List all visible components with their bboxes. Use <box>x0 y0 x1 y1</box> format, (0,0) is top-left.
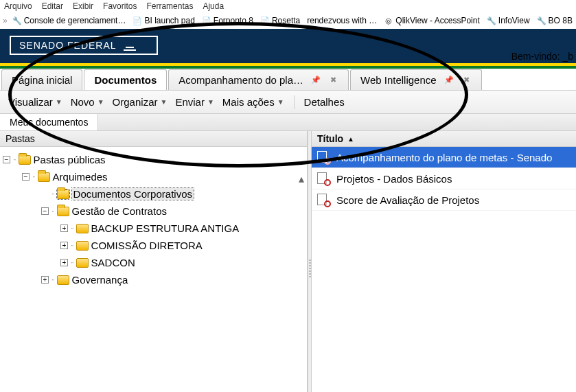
toolbar-label: Enviar <box>175 96 205 108</box>
list-row[interactable]: Acompanhamento do plano de metas - Senad… <box>312 147 576 168</box>
bookmark-forponto[interactable]: 📄Forponto 8 <box>200 15 255 26</box>
toolbar-separator <box>294 95 295 109</box>
bookmark-label: BI launch pad <box>144 16 194 25</box>
tree-label: Governança <box>72 274 128 286</box>
tree-label: Documentos Corporativos <box>72 188 194 200</box>
collapse-icon[interactable]: − <box>3 156 10 163</box>
expand-icon[interactable]: + <box>41 276 49 284</box>
expand-icon[interactable]: + <box>60 259 68 266</box>
welcome-user: _b <box>562 51 573 62</box>
menu-ferramentas[interactable]: Ferramentas <box>146 1 193 11</box>
list-header-titulo[interactable]: Título ▲ <box>312 131 576 147</box>
tree-connector: ·· <box>71 242 73 249</box>
tree-connector: ·· <box>32 173 35 181</box>
app-header: SENADO FEDERAL Bem-vindo: _b <box>0 29 576 63</box>
bookmark-console[interactable]: 🔧Console de gerenciament… <box>10 15 128 26</box>
tab-pin-icon[interactable]: 📌 <box>442 76 456 84</box>
tab-acompanhamento[interactable]: Acompanhamento do pla… 📌 ✖ <box>168 69 349 90</box>
tree-connector: ·· <box>71 259 73 266</box>
expand-icon[interactable]: + <box>60 242 68 249</box>
bookmark-bi-launchpad[interactable]: 📄BI launch pad <box>130 15 196 26</box>
tab-label: Acompanhamento do pla… <box>178 74 303 86</box>
bookmark-infoview[interactable]: 🔧InfoView <box>485 15 532 26</box>
tab-pin-icon[interactable]: 📌 <box>309 76 323 84</box>
tab-documentos[interactable]: Documentos <box>84 69 167 90</box>
bookmark-rendezvous[interactable]: rendezvous with … <box>305 15 379 26</box>
toolbar-detalhes[interactable]: Detalhes <box>301 95 347 109</box>
tool-icon: 🔧 <box>537 16 546 25</box>
tree-node-documentos-corporativos[interactable]: ·· Documentos Corporativos <box>3 185 304 203</box>
toolbar-label: Mais ações <box>222 96 275 108</box>
bookmark-qlikview[interactable]: ◎QlikView - AccessPoint <box>382 15 482 26</box>
tree-node-sadcon[interactable]: + ·· SADCON <box>3 254 304 271</box>
tree-label: Pastas públicas <box>34 154 106 165</box>
list-row[interactable]: Projetos - Dados Básicos <box>312 168 576 189</box>
bookmark-label: BO 8B <box>549 16 573 25</box>
toolbar: Visualizar▼ Novo▼ Organizar▼ Enviar▼ Mai… <box>0 91 576 114</box>
tab-web-intelligence[interactable]: Web Intelligence 📌 ✖ <box>350 69 482 90</box>
main-tabs: Página inicial Documentos Acompanhamento… <box>0 69 576 91</box>
browser-menubar: Arquivo Editar Exibir Favoritos Ferramen… <box>0 0 576 12</box>
webi-doc-icon <box>317 172 330 185</box>
tree-connector: ·· <box>51 190 54 198</box>
tree-label: SADCON <box>91 257 135 268</box>
menu-ajuda[interactable]: Ajuda <box>203 1 224 11</box>
tree-node-governanca[interactable]: + ·· Governança <box>3 271 304 288</box>
toolbar-label: Detalhes <box>304 96 345 108</box>
collapse-icon[interactable]: − <box>41 207 49 215</box>
folder-tree-pane: Pastas − ·· Pastas públicas − ·· Arquime… <box>0 131 308 392</box>
folder-icon <box>57 275 69 285</box>
header-stripe <box>0 63 576 69</box>
bookmark-label: Forponto 8 <box>214 16 253 25</box>
tree-header: Pastas <box>0 131 307 147</box>
menu-editar[interactable]: Editar <box>42 1 63 11</box>
caret-icon: ▼ <box>97 98 104 106</box>
tree-connector: ·· <box>51 276 54 284</box>
bookmark-rosetta[interactable]: 📄Rosetta <box>258 15 302 26</box>
bookmark-label: InfoView <box>498 16 530 25</box>
list-cell-title: Projetos - Dados Básicos <box>336 173 452 185</box>
webi-doc-icon <box>317 194 330 206</box>
content-area: Pastas − ·· Pastas públicas − ·· Arquime… <box>0 131 576 392</box>
bookmark-label: rendezvous with … <box>307 16 377 25</box>
tab-close-icon[interactable]: ✖ <box>328 76 338 84</box>
toolbar-mais-acoes[interactable]: Mais ações▼ <box>220 95 287 109</box>
caret-icon: ▼ <box>160 98 167 106</box>
subtab-meus-documentos[interactable]: Meus documentos <box>0 114 98 130</box>
tree-node-arquimedes[interactable]: − ·· Arquimedes <box>3 168 304 185</box>
tree-label: BACKUP ESTRUTURA ANTIGA <box>91 222 240 234</box>
toolbar-novo[interactable]: Novo▼ <box>68 95 107 109</box>
toolbar-organizar[interactable]: Organizar▼ <box>110 95 170 109</box>
tab-close-icon[interactable]: ✖ <box>461 76 472 84</box>
menu-favoritos[interactable]: Favoritos <box>103 1 137 11</box>
tree-node-backup[interactable]: + ·· BACKUP ESTRUTURA ANTIGA <box>3 220 304 237</box>
collapse-icon[interactable]: − <box>22 173 30 181</box>
tree-node-pastas-publicas[interactable]: − ·· Pastas públicas <box>3 151 304 168</box>
bookmark-label: Console de gerenciament… <box>24 16 126 25</box>
tree-connector: ·· <box>13 156 16 163</box>
tree-connector: ·· <box>71 224 73 232</box>
tree-node-gestao-contratos[interactable]: − ·· Gestão de Contratos <box>3 203 304 220</box>
expand-icon[interactable]: + <box>60 224 68 232</box>
qlik-icon: ◎ <box>384 16 393 25</box>
bookmark-bo8b[interactable]: 🔧BO 8B <box>535 15 575 26</box>
caret-icon: ▼ <box>277 98 284 106</box>
tab-pagina-inicial[interactable]: Página inicial <box>1 69 82 90</box>
page-icon: 📄 <box>202 16 211 25</box>
scroll-up-icon[interactable]: ▴ <box>299 172 304 185</box>
tab-label: Web Intelligence <box>360 74 437 86</box>
menu-exibir[interactable]: Exibir <box>73 1 93 11</box>
tree-node-comissao[interactable]: + ·· COMISSÃO DIRETORA <box>3 237 304 254</box>
toolbar-enviar[interactable]: Enviar▼ <box>172 95 216 109</box>
welcome-text: Bem-vindo: _b <box>511 51 573 62</box>
sort-asc-icon: ▲ <box>347 135 354 143</box>
folder-icon <box>76 241 89 251</box>
tab-label: Documentos <box>94 74 157 86</box>
bookmarks-chevron-icon[interactable]: » <box>3 16 8 25</box>
toolbar-label: Organizar <box>113 96 158 108</box>
toolbar-visualizar[interactable]: Visualizar▼ <box>5 95 65 109</box>
menu-arquivo[interactable]: Arquivo <box>4 1 32 11</box>
bookmark-label: Rosetta <box>272 16 300 25</box>
list-row[interactable]: Score de Avaliação de Projetos <box>312 189 576 211</box>
folder-icon <box>57 207 69 216</box>
